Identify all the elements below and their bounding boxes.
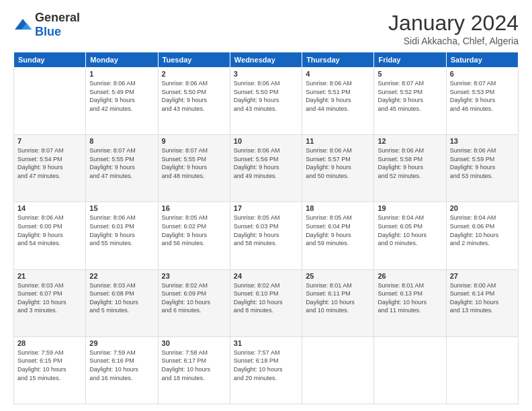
table-row: 19Sunrise: 8:04 AM Sunset: 6:05 PM Dayli… <box>374 202 446 269</box>
table-row: 25Sunrise: 8:01 AM Sunset: 6:11 PM Dayli… <box>302 269 374 336</box>
day-info: Sunrise: 8:01 AM Sunset: 6:13 PM Dayligh… <box>378 281 442 315</box>
calendar-header-row: Sunday Monday Tuesday Wednesday Thursday… <box>14 52 519 68</box>
day-info: Sunrise: 8:03 AM Sunset: 6:08 PM Dayligh… <box>89 281 154 315</box>
day-info: Sunrise: 8:07 AM Sunset: 5:53 PM Dayligh… <box>450 79 515 113</box>
day-info: Sunrise: 8:07 AM Sunset: 5:55 PM Dayligh… <box>162 146 226 180</box>
day-info: Sunrise: 8:07 AM Sunset: 5:52 PM Dayligh… <box>378 79 442 113</box>
day-info: Sunrise: 8:06 AM Sunset: 5:49 PM Dayligh… <box>89 79 154 113</box>
day-info: Sunrise: 7:59 AM Sunset: 6:15 PM Dayligh… <box>17 349 82 382</box>
logo-text: General Blue <box>35 11 80 39</box>
calendar-week-row: 21Sunrise: 8:03 AM Sunset: 6:07 PM Dayli… <box>14 269 519 336</box>
day-info: Sunrise: 8:06 AM Sunset: 6:00 PM Dayligh… <box>17 214 82 247</box>
day-info: Sunrise: 8:00 AM Sunset: 6:14 PM Dayligh… <box>450 281 515 315</box>
day-number: 30 <box>162 339 226 347</box>
header-thursday: Thursday <box>302 52 374 68</box>
day-number: 15 <box>89 204 154 212</box>
table-row: 4Sunrise: 8:06 AM Sunset: 5:51 PM Daylig… <box>302 68 374 135</box>
calendar-week-row: 1Sunrise: 8:06 AM Sunset: 5:49 PM Daylig… <box>14 68 519 135</box>
day-info: Sunrise: 8:04 AM Sunset: 6:05 PM Dayligh… <box>378 214 442 247</box>
calendar-week-row: 7Sunrise: 8:07 AM Sunset: 5:54 PM Daylig… <box>14 135 519 202</box>
day-number: 3 <box>234 70 298 78</box>
table-row <box>14 68 86 135</box>
table-row: 10Sunrise: 8:06 AM Sunset: 5:56 PM Dayli… <box>230 135 302 202</box>
day-info: Sunrise: 8:07 AM Sunset: 5:55 PM Dayligh… <box>89 146 154 180</box>
header-wednesday: Wednesday <box>230 52 302 68</box>
table-row: 28Sunrise: 7:59 AM Sunset: 6:15 PM Dayli… <box>14 336 86 404</box>
day-number: 9 <box>162 137 226 145</box>
day-info: Sunrise: 8:07 AM Sunset: 5:54 PM Dayligh… <box>17 146 82 180</box>
month-title: January 2024 <box>388 11 519 36</box>
day-number: 6 <box>450 70 515 78</box>
table-row: 27Sunrise: 8:00 AM Sunset: 6:14 PM Dayli… <box>446 269 518 336</box>
day-info: Sunrise: 8:03 AM Sunset: 6:07 PM Dayligh… <box>17 281 82 315</box>
day-number: 29 <box>89 339 154 347</box>
day-number: 8 <box>89 137 154 145</box>
table-row: 30Sunrise: 7:58 AM Sunset: 6:17 PM Dayli… <box>158 336 230 404</box>
day-info: Sunrise: 8:05 AM Sunset: 6:02 PM Dayligh… <box>162 214 226 247</box>
calendar-week-row: 14Sunrise: 8:06 AM Sunset: 6:00 PM Dayli… <box>14 202 519 269</box>
day-info: Sunrise: 8:04 AM Sunset: 6:06 PM Dayligh… <box>450 214 515 247</box>
table-row: 2Sunrise: 8:06 AM Sunset: 5:50 PM Daylig… <box>158 68 230 135</box>
day-number: 10 <box>234 137 298 145</box>
day-info: Sunrise: 7:58 AM Sunset: 6:17 PM Dayligh… <box>162 349 226 382</box>
table-row: 7Sunrise: 8:07 AM Sunset: 5:54 PM Daylig… <box>14 135 86 202</box>
table-row: 24Sunrise: 8:02 AM Sunset: 6:10 PM Dayli… <box>230 269 302 336</box>
day-info: Sunrise: 7:59 AM Sunset: 6:16 PM Dayligh… <box>89 349 154 382</box>
table-row: 17Sunrise: 8:05 AM Sunset: 6:03 PM Dayli… <box>230 202 302 269</box>
day-number: 28 <box>17 339 82 347</box>
day-info: Sunrise: 8:02 AM Sunset: 6:10 PM Dayligh… <box>234 281 298 315</box>
day-info: Sunrise: 8:06 AM Sunset: 6:01 PM Dayligh… <box>89 214 154 247</box>
table-row: 20Sunrise: 8:04 AM Sunset: 6:06 PM Dayli… <box>446 202 518 269</box>
day-info: Sunrise: 8:06 AM Sunset: 5:59 PM Dayligh… <box>450 146 515 180</box>
title-block: January 2024 Sidi Akkacha, Chlef, Algeri… <box>388 11 519 46</box>
table-row: 6Sunrise: 8:07 AM Sunset: 5:53 PM Daylig… <box>446 68 518 135</box>
day-number: 19 <box>378 204 442 212</box>
location-subtitle: Sidi Akkacha, Chlef, Algeria <box>388 36 519 46</box>
day-info: Sunrise: 8:06 AM Sunset: 5:50 PM Dayligh… <box>234 79 298 113</box>
day-number: 13 <box>450 137 515 145</box>
header-friday: Friday <box>374 52 446 68</box>
table-row <box>446 336 518 404</box>
table-row: 14Sunrise: 8:06 AM Sunset: 6:00 PM Dayli… <box>14 202 86 269</box>
table-row: 9Sunrise: 8:07 AM Sunset: 5:55 PM Daylig… <box>158 135 230 202</box>
page: General Blue January 2024 Sidi Akkacha, … <box>0 0 532 411</box>
table-row: 26Sunrise: 8:01 AM Sunset: 6:13 PM Dayli… <box>374 269 446 336</box>
day-number: 27 <box>450 272 515 280</box>
day-number: 21 <box>17 272 82 280</box>
day-number: 20 <box>450 204 515 212</box>
day-number: 31 <box>234 339 298 347</box>
day-info: Sunrise: 8:06 AM Sunset: 5:50 PM Dayligh… <box>162 79 226 113</box>
day-info: Sunrise: 8:05 AM Sunset: 6:04 PM Dayligh… <box>306 214 370 247</box>
table-row <box>374 336 446 404</box>
day-info: Sunrise: 8:01 AM Sunset: 6:11 PM Dayligh… <box>306 281 370 315</box>
day-number: 14 <box>17 204 82 212</box>
table-row: 8Sunrise: 8:07 AM Sunset: 5:55 PM Daylig… <box>86 135 158 202</box>
header: General Blue January 2024 Sidi Akkacha, … <box>13 11 519 46</box>
logo-general: General <box>35 11 80 24</box>
day-number: 2 <box>162 70 226 78</box>
table-row: 11Sunrise: 8:06 AM Sunset: 5:57 PM Dayli… <box>302 135 374 202</box>
day-info: Sunrise: 8:05 AM Sunset: 6:03 PM Dayligh… <box>234 214 298 247</box>
day-number: 16 <box>162 204 226 212</box>
day-number: 17 <box>234 204 298 212</box>
day-number: 25 <box>306 272 370 280</box>
day-info: Sunrise: 7:57 AM Sunset: 6:18 PM Dayligh… <box>234 349 298 382</box>
table-row: 13Sunrise: 8:06 AM Sunset: 5:59 PM Dayli… <box>446 135 518 202</box>
day-number: 24 <box>234 272 298 280</box>
table-row: 5Sunrise: 8:07 AM Sunset: 5:52 PM Daylig… <box>374 68 446 135</box>
logo-icon <box>13 17 32 32</box>
table-row: 22Sunrise: 8:03 AM Sunset: 6:08 PM Dayli… <box>86 269 158 336</box>
day-number: 22 <box>89 272 154 280</box>
table-row: 21Sunrise: 8:03 AM Sunset: 6:07 PM Dayli… <box>14 269 86 336</box>
table-row: 3Sunrise: 8:06 AM Sunset: 5:50 PM Daylig… <box>230 68 302 135</box>
day-info: Sunrise: 8:06 AM Sunset: 5:58 PM Dayligh… <box>378 146 442 180</box>
day-number: 1 <box>89 70 154 78</box>
table-row: 18Sunrise: 8:05 AM Sunset: 6:04 PM Dayli… <box>302 202 374 269</box>
day-number: 11 <box>306 137 370 145</box>
header-sunday: Sunday <box>14 52 86 68</box>
calendar-table: Sunday Monday Tuesday Wednesday Thursday… <box>13 52 519 404</box>
day-info: Sunrise: 8:06 AM Sunset: 5:51 PM Dayligh… <box>306 79 370 113</box>
table-row: 15Sunrise: 8:06 AM Sunset: 6:01 PM Dayli… <box>86 202 158 269</box>
day-number: 18 <box>306 204 370 212</box>
logo: General Blue <box>13 11 80 39</box>
